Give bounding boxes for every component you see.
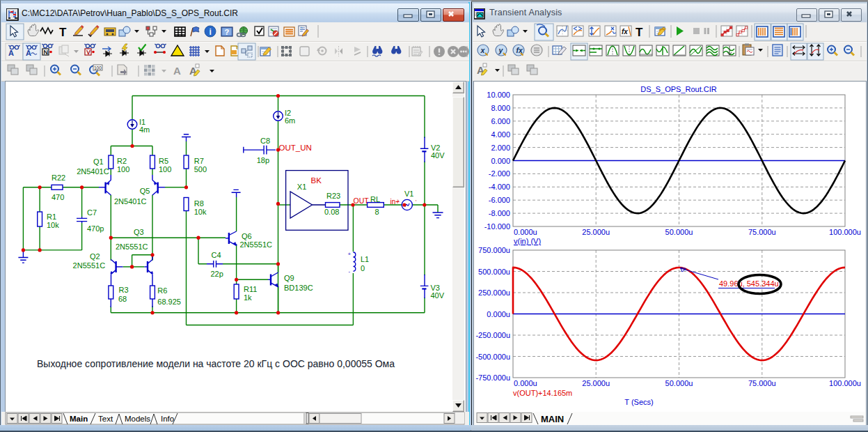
svg-text:75.000u: 75.000u <box>748 379 776 387</box>
svg-text:R11: R11 <box>244 285 257 293</box>
svg-text:75.000u: 75.000u <box>748 228 776 236</box>
svg-text:750.000u: 750.000u <box>478 246 510 254</box>
svg-text:-2.000: -2.000 <box>489 169 510 178</box>
svg-text:25.000u: 25.000u <box>582 228 610 236</box>
svg-text:C4: C4 <box>212 251 221 259</box>
svg-text:R6: R6 <box>157 286 167 295</box>
svg-text:1k: 1k <box>244 293 252 302</box>
svg-text:2N5551C: 2N5551C <box>240 240 273 249</box>
svg-text:?: ? <box>225 28 230 36</box>
svg-text:DS_S_OPS_Rout.CIR: DS_S_OPS_Rout.CIR <box>640 85 716 93</box>
svg-text:RL: RL <box>370 195 380 203</box>
svg-text:-500.000u: -500.000u <box>475 353 510 361</box>
svg-text:OUT_UN: OUT_UN <box>279 144 312 152</box>
svg-text:2N5551C: 2N5551C <box>116 242 148 251</box>
svg-text:R3: R3 <box>119 286 129 294</box>
svg-text:V2: V2 <box>431 144 440 152</box>
svg-text:R2: R2 <box>117 157 127 165</box>
svg-text:2.000: 2.000 <box>491 144 510 152</box>
svg-text:MAIN: MAIN <box>541 414 564 424</box>
svg-text:,: , <box>416 196 417 202</box>
svg-text:Text: Text <box>98 415 113 423</box>
svg-text:fx: fx <box>516 46 523 54</box>
svg-text:Models: Models <box>125 415 150 423</box>
svg-text:470: 470 <box>52 193 64 201</box>
svg-text:R8: R8 <box>194 199 204 208</box>
svg-text:Info: Info <box>161 415 174 423</box>
svg-text:V: V <box>86 49 90 56</box>
svg-text:Выходное сопротивление модели: Выходное сопротивление модели на частоте… <box>37 358 395 369</box>
svg-text:0.000u: 0.000u <box>514 379 537 387</box>
svg-text:470p: 470p <box>87 224 104 233</box>
svg-text:v(OUT)+14.165m: v(OUT)+14.165m <box>513 389 572 397</box>
svg-text:100: 100 <box>117 165 129 173</box>
svg-text:10.000: 10.000 <box>487 91 510 99</box>
svg-text:8: 8 <box>375 208 379 216</box>
svg-text:100: 100 <box>159 165 171 173</box>
svg-text:A: A <box>26 49 31 57</box>
svg-text:Q9: Q9 <box>284 274 294 282</box>
svg-text:A: A <box>8 49 14 57</box>
svg-text:0.000u: 0.000u <box>487 310 510 318</box>
svg-text:x: x <box>480 46 486 54</box>
svg-text:-: - <box>349 268 351 275</box>
svg-text:2N5551C: 2N5551C <box>73 261 106 270</box>
svg-text:-10.000: -10.000 <box>484 222 510 231</box>
svg-text:X1: X1 <box>297 183 306 191</box>
svg-text:18p: 18p <box>257 156 269 164</box>
svg-text:-8.000: -8.000 <box>489 209 510 217</box>
svg-text:,: , <box>398 196 400 202</box>
svg-text:Q1: Q1 <box>93 157 104 166</box>
svg-text:250.000u: 250.000u <box>478 288 510 297</box>
svg-text:i: i <box>210 27 212 37</box>
svg-text:T: T <box>636 26 643 39</box>
svg-text:+: + <box>348 251 352 257</box>
svg-text:OUT: OUT <box>354 196 370 205</box>
svg-text:2N5401C: 2N5401C <box>77 167 109 176</box>
svg-text:T (Secs): T (Secs) <box>624 398 653 406</box>
svg-text:V1: V1 <box>404 190 413 198</box>
svg-text:-250.000u: -250.000u <box>475 331 510 339</box>
svg-text:-6.000: -6.000 <box>489 196 510 204</box>
svg-text:6.000: 6.000 <box>491 117 510 125</box>
svg-text:10k: 10k <box>47 221 59 229</box>
svg-text:500: 500 <box>194 165 207 173</box>
svg-text:BD139C: BD139C <box>284 284 313 292</box>
svg-text:C8: C8 <box>260 137 270 145</box>
svg-text:4m: 4m <box>139 125 150 134</box>
svg-text:100.000u: 100.000u <box>829 379 861 387</box>
svg-text:0.08: 0.08 <box>324 208 339 216</box>
svg-text:Main: Main <box>70 415 88 423</box>
svg-text:L1: L1 <box>361 255 369 263</box>
svg-text:R5: R5 <box>159 157 168 165</box>
svg-text:R23: R23 <box>326 192 340 200</box>
svg-text:10k: 10k <box>194 208 207 216</box>
svg-text:0.000u: 0.000u <box>514 228 537 236</box>
svg-text:0: 0 <box>361 264 365 272</box>
svg-text:6m: 6m <box>285 116 295 125</box>
svg-text:Q6: Q6 <box>242 232 252 240</box>
svg-text:8.000: 8.000 <box>491 104 510 112</box>
svg-text:A: A <box>173 65 181 77</box>
svg-text:50.000u: 50.000u <box>665 228 693 236</box>
svg-text:v(in) (V): v(in) (V) <box>514 237 541 245</box>
svg-text:22p: 22p <box>211 270 223 278</box>
svg-text:T: T <box>59 26 67 39</box>
svg-text:R7: R7 <box>194 157 204 165</box>
svg-text:fx: fx <box>622 28 628 36</box>
svg-text:40V: 40V <box>430 291 444 300</box>
svg-text:500.000u: 500.000u <box>478 268 510 276</box>
svg-text:N: N <box>44 49 49 56</box>
svg-text:R22: R22 <box>52 173 65 182</box>
svg-text:4.000: 4.000 <box>491 130 510 139</box>
svg-text:50.000u: 50.000u <box>665 379 693 387</box>
svg-text:C7: C7 <box>87 208 97 217</box>
svg-text:Q3: Q3 <box>134 228 144 236</box>
svg-text:2N5401C: 2N5401C <box>114 197 147 206</box>
svg-text:-4.000: -4.000 <box>489 183 510 191</box>
svg-text:BK: BK <box>311 176 322 185</box>
svg-text:25.000u: 25.000u <box>582 379 610 387</box>
svg-text:68: 68 <box>118 295 127 303</box>
svg-text:100.000u: 100.000u <box>829 228 861 236</box>
svg-text:R1: R1 <box>47 213 56 221</box>
